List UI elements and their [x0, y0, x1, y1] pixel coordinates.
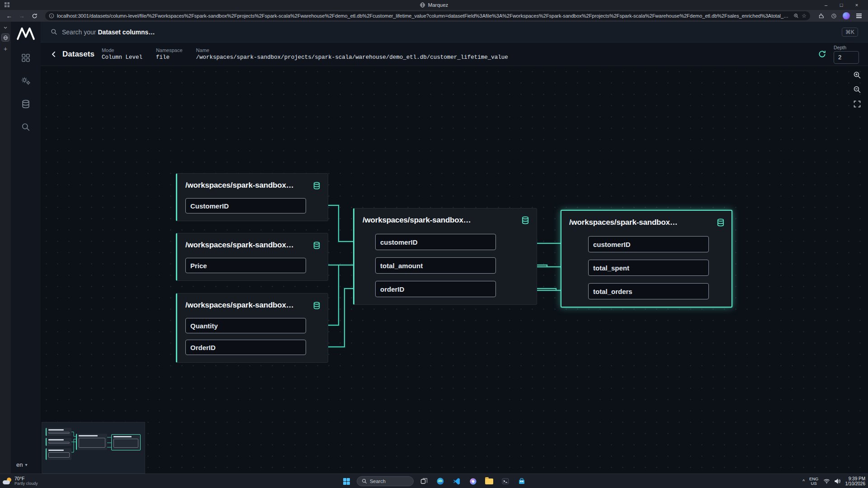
column-label: CustomerID [190, 202, 229, 210]
maximize-icon[interactable]: □ [834, 0, 849, 10]
mode-label: Mode [102, 47, 142, 53]
locale-select[interactable]: en ▾ [16, 461, 28, 468]
refresh-icon[interactable] [818, 50, 826, 58]
minimap-node [46, 448, 71, 460]
sidebar-item-datasets database-icon[interactable] [20, 99, 31, 109]
sidebar-item-explore search-icon[interactable] [20, 122, 31, 133]
marquez-logo[interactable] [16, 26, 36, 41]
copilot-icon[interactable] [467, 475, 479, 487]
window-title-text: Marquez [428, 2, 448, 8]
weather-desc: Partly cloudy [14, 482, 38, 486]
vscode-icon[interactable] [451, 475, 462, 487]
taskbar-search[interactable]: Search [357, 476, 414, 486]
column-label: customerID [593, 241, 631, 248]
minimap[interactable] [42, 422, 145, 474]
search-icon [51, 28, 57, 35]
bookmark-star-icon[interactable]: ☆ [802, 13, 807, 19]
column-label: Quantity [190, 322, 218, 330]
search-shortcut-badge: ⌘K [842, 28, 858, 37]
file-explorer-icon[interactable] [483, 475, 495, 487]
profile-avatar[interactable] [841, 11, 852, 20]
column-box[interactable]: total_spent [588, 260, 709, 276]
start-button windows-icon[interactable] [340, 475, 352, 487]
dataset-node-sales-enriched[interactable]: /workspaces/spark-sandbox… customerID to… [353, 208, 537, 305]
language-indicator[interactable]: ENG US [809, 477, 819, 486]
active-tab-globe-icon[interactable] [1, 33, 9, 42]
name-label: Name [196, 47, 508, 53]
close-icon[interactable]: × [849, 0, 864, 10]
browser-titlebar: Marquez – □ × [0, 0, 868, 10]
dataset-node-price-source[interactable]: /workspaces/spark-sandbox… Price [176, 233, 328, 281]
column-box[interactable]: CustomerID [185, 198, 306, 213]
weather-icon [3, 477, 12, 485]
new-tab-icon[interactable]: + [4, 45, 7, 52]
dataset-node-title: /workspaces/spark-sandbox… [185, 301, 294, 310]
column-label: orderID [380, 285, 404, 293]
terminal-icon[interactable] [500, 475, 511, 487]
dataset-node-customer-lifetime-value[interactable]: /workspaces/spark-sandbox… customerID to… [561, 210, 732, 308]
column-box[interactable]: total_amount [375, 257, 496, 274]
column-box[interactable]: Quantity [185, 318, 306, 333]
back-icon[interactable]: ← [4, 11, 14, 20]
store-icon[interactable] [516, 475, 528, 487]
canvas-controls [852, 70, 863, 109]
extensions-icon[interactable] [816, 11, 826, 20]
tray-chevron-icon[interactable]: ^ [802, 479, 805, 484]
sidebar-item-jobs gears-icon[interactable] [20, 76, 31, 86]
url-bar[interactable]: localhost:3001/datasets/column-level/fil… [45, 11, 810, 20]
mode-field: Mode Column Level [102, 47, 142, 61]
database-icon [313, 242, 321, 249]
wifi-icon[interactable] [823, 479, 830, 484]
history-clock-icon[interactable] [828, 11, 839, 20]
column-label: OrderID [190, 344, 216, 351]
dataset-node-customer-source[interactable]: /workspaces/spark-sandbox… CustomerID [176, 173, 328, 221]
taskbar-clock[interactable]: 9:39 PM 1/10/2026 [845, 476, 866, 487]
database-icon [313, 182, 321, 190]
column-box[interactable]: customerID [588, 236, 709, 252]
depth-input[interactable]: 2 [834, 51, 859, 64]
windows-taskbar: 70°F Partly cloudy Search [0, 474, 868, 488]
minimize-icon[interactable]: – [818, 0, 834, 10]
volume-icon[interactable] [835, 479, 841, 484]
column-box[interactable]: total_orders [588, 283, 709, 299]
database-icon [521, 216, 529, 224]
dataset-search-bar[interactable]: Search your Dataset columns… ⌘K [41, 22, 868, 43]
name-field: Name /workspaces/spark-sandbox/projects/… [196, 47, 508, 61]
sidebar-nav [20, 52, 31, 133]
column-box[interactable]: OrderID [185, 340, 306, 355]
column-box[interactable]: orderID [375, 281, 496, 297]
page-header: Datasets Mode Column Level Namespace fil… [41, 43, 868, 66]
depth-control: Depth 2 [834, 45, 859, 64]
sidebar-item-dashboard dashboard-icon[interactable] [20, 52, 31, 63]
lineage-canvas[interactable]: /workspaces/spark-sandbox… CustomerID /w… [41, 66, 868, 474]
column-box[interactable]: customerID [375, 234, 496, 250]
language-secondary: US [811, 481, 817, 486]
zoom-out-icon[interactable] [852, 84, 863, 95]
site-info-icon[interactable] [49, 13, 54, 19]
back-chevron-icon[interactable] [50, 50, 58, 58]
reload-icon[interactable] [29, 11, 40, 20]
forward-icon[interactable]: → [16, 11, 27, 20]
browser-app-icon [5, 2, 9, 7]
main-area: Search your Dataset columns… ⌘K Datasets… [41, 22, 868, 474]
edge-browser-icon[interactable] [434, 475, 446, 487]
dataset-node-title: /workspaces/spark-sandbox… [569, 218, 678, 227]
collapse-tabs-icon[interactable] [3, 25, 8, 30]
task-view-icon[interactable] [418, 475, 430, 487]
dataset-node-order-source[interactable]: /workspaces/spark-sandbox… Quantity Orde… [176, 293, 328, 363]
fullscreen-icon[interactable] [852, 99, 863, 109]
namespace-value: file [156, 54, 183, 61]
zoom-page-icon[interactable] [793, 13, 799, 19]
weather-widget[interactable]: 70°F Partly cloudy [3, 474, 38, 488]
depth-label: Depth [834, 45, 859, 50]
column-label: total_orders [593, 288, 632, 295]
column-box[interactable]: Price [185, 258, 306, 273]
database-icon [717, 218, 725, 227]
url-text[interactable]: localhost:3001/datasets/column-level/fil… [57, 13, 791, 19]
vertical-tab-strip: + [0, 22, 11, 474]
locale-value: en [16, 461, 23, 468]
menu-icon[interactable] [854, 11, 864, 20]
search-placeholder-prefix: Search your [62, 28, 98, 36]
zoom-in-icon[interactable] [852, 70, 863, 81]
caret-down-icon: ▾ [25, 462, 27, 467]
